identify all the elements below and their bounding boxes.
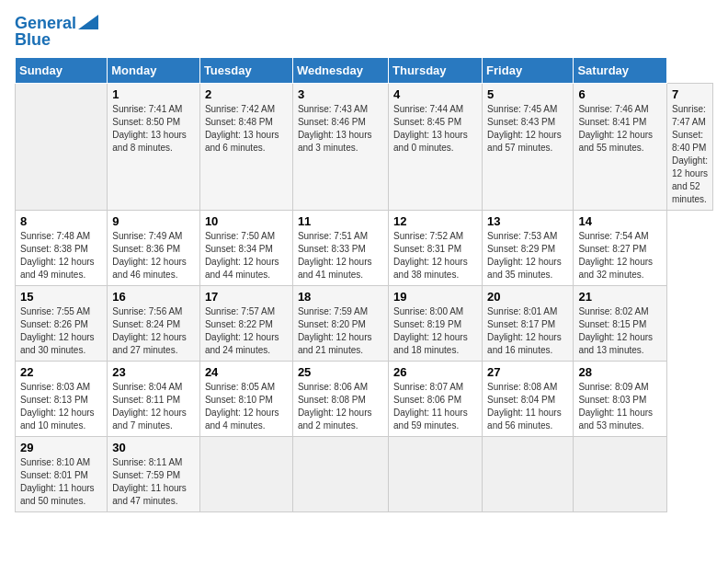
day-info: Sunrise: 7:56 AM Sunset: 8:24 PM Dayligh… — [112, 305, 195, 357]
day-number: 5 — [487, 87, 568, 101]
calendar-day-cell: 15 Sunrise: 7:55 AM Sunset: 8:26 PM Dayl… — [16, 285, 108, 361]
day-number: 25 — [298, 365, 383, 379]
day-info: Sunrise: 7:41 AM Sunset: 8:50 PM Dayligh… — [112, 103, 195, 155]
day-number: 24 — [205, 365, 288, 379]
calendar-day-cell: 19 Sunrise: 8:00 AM Sunset: 8:19 PM Dayl… — [389, 285, 483, 361]
calendar-day-cell — [574, 436, 667, 511]
page-header: General Blue — [15, 15, 713, 50]
day-number: 12 — [393, 214, 477, 228]
day-info: Sunrise: 8:06 AM Sunset: 8:08 PM Dayligh… — [298, 381, 383, 432]
calendar-day-cell: 9 Sunrise: 7:49 AM Sunset: 8:36 PM Dayli… — [108, 210, 200, 285]
calendar-day-cell: 1 Sunrise: 7:41 AM Sunset: 8:50 PM Dayli… — [108, 83, 200, 210]
calendar-day-cell: 29 Sunrise: 8:10 AM Sunset: 8:01 PM Dayl… — [16, 436, 108, 511]
calendar-day-cell: 27 Sunrise: 8:08 AM Sunset: 8:04 PM Dayl… — [483, 361, 574, 436]
day-info: Sunrise: 8:05 AM Sunset: 8:10 PM Dayligh… — [205, 381, 288, 432]
day-info: Sunrise: 8:00 AM Sunset: 8:19 PM Dayligh… — [393, 305, 477, 357]
day-info: Sunrise: 8:11 AM Sunset: 7:59 PM Dayligh… — [112, 456, 195, 508]
day-number: 17 — [205, 290, 288, 304]
day-number: 28 — [578, 365, 662, 379]
day-number: 7 — [672, 87, 708, 101]
day-info: Sunrise: 7:52 AM Sunset: 8:31 PM Dayligh… — [393, 230, 477, 282]
day-info: Sunrise: 8:01 AM Sunset: 8:17 PM Dayligh… — [487, 305, 568, 357]
day-number: 15 — [20, 290, 102, 304]
calendar-day-cell: 12 Sunrise: 7:52 AM Sunset: 8:31 PM Dayl… — [389, 210, 483, 285]
day-number: 16 — [112, 290, 195, 304]
calendar-day-cell — [292, 436, 388, 511]
calendar-week-row: 1 Sunrise: 7:41 AM Sunset: 8:50 PM Dayli… — [16, 83, 713, 210]
day-info: Sunrise: 8:10 AM Sunset: 8:01 PM Dayligh… — [20, 456, 102, 508]
weekday-header: Tuesday — [199, 57, 292, 83]
calendar-day-cell: 8 Sunrise: 7:48 AM Sunset: 8:38 PM Dayli… — [16, 210, 108, 285]
calendar-day-cell: 18 Sunrise: 7:59 AM Sunset: 8:20 PM Dayl… — [292, 285, 388, 361]
calendar-day-cell: 7 Sunrise: 7:47 AM Sunset: 8:40 PM Dayli… — [667, 83, 713, 210]
weekday-header: Saturday — [574, 57, 667, 83]
day-info: Sunrise: 7:47 AM Sunset: 8:40 PM Dayligh… — [672, 103, 708, 206]
calendar-week-row: 8 Sunrise: 7:48 AM Sunset: 8:38 PM Dayli… — [16, 210, 713, 285]
day-number: 11 — [298, 214, 383, 228]
calendar-day-cell: 26 Sunrise: 8:07 AM Sunset: 8:06 PM Dayl… — [389, 361, 483, 436]
svg-marker-0 — [78, 15, 98, 29]
day-number: 4 — [393, 87, 477, 101]
calendar-week-row: 15 Sunrise: 7:55 AM Sunset: 8:26 PM Dayl… — [16, 285, 713, 361]
day-number: 8 — [20, 214, 102, 228]
day-info: Sunrise: 7:55 AM Sunset: 8:26 PM Dayligh… — [20, 305, 102, 357]
day-info: Sunrise: 8:09 AM Sunset: 8:03 PM Dayligh… — [578, 381, 662, 432]
day-number: 19 — [393, 290, 477, 304]
calendar-day-cell — [483, 436, 574, 511]
day-number: 27 — [487, 365, 568, 379]
day-number: 6 — [578, 87, 662, 101]
weekday-header: Wednesday — [292, 57, 388, 83]
logo-icon — [78, 15, 98, 29]
calendar-day-cell: 5 Sunrise: 7:45 AM Sunset: 8:43 PM Dayli… — [483, 83, 574, 210]
day-info: Sunrise: 7:45 AM Sunset: 8:43 PM Dayligh… — [487, 103, 568, 155]
day-info: Sunrise: 7:42 AM Sunset: 8:48 PM Dayligh… — [205, 103, 288, 155]
day-number: 2 — [205, 87, 288, 101]
weekday-header: Thursday — [389, 57, 483, 83]
day-number: 20 — [487, 290, 568, 304]
day-info: Sunrise: 7:51 AM Sunset: 8:33 PM Dayligh… — [298, 230, 383, 282]
calendar-day-cell: 25 Sunrise: 8:06 AM Sunset: 8:08 PM Dayl… — [292, 361, 388, 436]
calendar-day-cell — [16, 83, 108, 210]
weekday-header-row: SundayMondayTuesdayWednesdayThursdayFrid… — [16, 57, 713, 83]
calendar-day-cell: 28 Sunrise: 8:09 AM Sunset: 8:03 PM Dayl… — [574, 361, 667, 436]
calendar-day-cell: 22 Sunrise: 8:03 AM Sunset: 8:13 PM Dayl… — [16, 361, 108, 436]
day-info: Sunrise: 8:03 AM Sunset: 8:13 PM Dayligh… — [20, 381, 102, 432]
day-number: 1 — [112, 87, 195, 101]
calendar-day-cell — [389, 436, 483, 511]
calendar-week-row: 22 Sunrise: 8:03 AM Sunset: 8:13 PM Dayl… — [16, 361, 713, 436]
day-number: 29 — [20, 441, 102, 454]
calendar-day-cell: 17 Sunrise: 7:57 AM Sunset: 8:22 PM Dayl… — [199, 285, 292, 361]
day-info: Sunrise: 8:08 AM Sunset: 8:04 PM Dayligh… — [487, 381, 568, 432]
day-info: Sunrise: 7:50 AM Sunset: 8:34 PM Dayligh… — [205, 230, 288, 282]
calendar-day-cell: 11 Sunrise: 7:51 AM Sunset: 8:33 PM Dayl… — [292, 210, 388, 285]
day-number: 10 — [205, 214, 288, 228]
weekday-header: Sunday — [16, 57, 108, 83]
weekday-header: Monday — [108, 57, 200, 83]
day-number: 13 — [487, 214, 568, 228]
day-number: 30 — [112, 441, 195, 454]
calendar-day-cell: 24 Sunrise: 8:05 AM Sunset: 8:10 PM Dayl… — [199, 361, 292, 436]
day-number: 18 — [298, 290, 383, 304]
calendar-day-cell: 23 Sunrise: 8:04 AM Sunset: 8:11 PM Dayl… — [108, 361, 200, 436]
day-number: 3 — [298, 87, 383, 101]
weekday-header: Friday — [483, 57, 574, 83]
day-info: Sunrise: 7:53 AM Sunset: 8:29 PM Dayligh… — [487, 230, 568, 282]
day-info: Sunrise: 7:57 AM Sunset: 8:22 PM Dayligh… — [205, 305, 288, 357]
day-number: 9 — [112, 214, 195, 228]
logo: General Blue — [15, 15, 98, 50]
calendar-day-cell: 6 Sunrise: 7:46 AM Sunset: 8:41 PM Dayli… — [574, 83, 667, 210]
day-number: 26 — [393, 365, 477, 379]
calendar-day-cell: 21 Sunrise: 8:02 AM Sunset: 8:15 PM Dayl… — [574, 285, 667, 361]
day-number: 23 — [112, 365, 195, 379]
calendar-day-cell: 2 Sunrise: 7:42 AM Sunset: 8:48 PM Dayli… — [199, 83, 292, 210]
calendar-day-cell: 30 Sunrise: 8:11 AM Sunset: 7:59 PM Dayl… — [108, 436, 200, 511]
day-info: Sunrise: 7:54 AM Sunset: 8:27 PM Dayligh… — [578, 230, 662, 282]
calendar-table: SundayMondayTuesdayWednesdayThursdayFrid… — [15, 57, 713, 512]
day-number: 14 — [578, 214, 662, 228]
calendar-day-cell: 20 Sunrise: 8:01 AM Sunset: 8:17 PM Dayl… — [483, 285, 574, 361]
day-info: Sunrise: 7:48 AM Sunset: 8:38 PM Dayligh… — [20, 230, 102, 282]
day-info: Sunrise: 8:02 AM Sunset: 8:15 PM Dayligh… — [578, 305, 662, 357]
day-number: 21 — [578, 290, 662, 304]
calendar-day-cell: 3 Sunrise: 7:43 AM Sunset: 8:46 PM Dayli… — [292, 83, 388, 210]
calendar-day-cell: 4 Sunrise: 7:44 AM Sunset: 8:45 PM Dayli… — [389, 83, 483, 210]
